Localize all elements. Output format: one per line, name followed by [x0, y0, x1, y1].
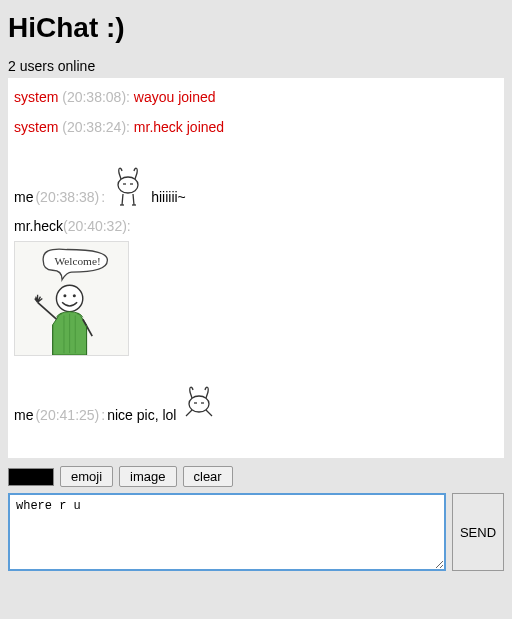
system-message: system (20:38:08): wayou joined [14, 88, 498, 108]
user-message: me(20:38:38): hiiiiii~ [14, 167, 498, 207]
message-input[interactable] [8, 493, 446, 571]
online-status: 2 users online [8, 58, 504, 74]
msg-time: (20:38:08) [62, 89, 126, 105]
svg-point-9 [56, 285, 82, 311]
user-message: mr.heck(20:40:32): Welcome! [14, 217, 498, 356]
svg-line-4 [133, 194, 134, 205]
system-message: system (20:38:24): mr.heck joined [14, 118, 498, 138]
page-title: HiChat :) [8, 12, 504, 44]
svg-point-11 [73, 294, 76, 297]
image-button[interactable]: image [119, 466, 176, 487]
msg-time: (20:38:38) [35, 188, 99, 208]
bunny-emoji-icon [182, 386, 216, 426]
svg-point-10 [63, 294, 66, 297]
msg-content: mr.heck joined [134, 119, 224, 135]
chat-log: system (20:38:08): wayou joined system (… [8, 78, 504, 458]
toolbar: emoji image clear [8, 466, 504, 487]
msg-time: (20:40:32) [63, 218, 127, 234]
send-button[interactable]: SEND [452, 493, 504, 571]
msg-sender: me [14, 188, 33, 208]
msg-colon: : [101, 406, 105, 426]
msg-sender: system [14, 89, 58, 105]
svg-line-3 [122, 194, 123, 205]
msg-colon: : [127, 218, 131, 234]
svg-point-15 [189, 396, 209, 412]
msg-sender: mr.heck [14, 218, 63, 234]
msg-sender: me [14, 406, 33, 426]
bunny-emoji-icon [111, 167, 145, 207]
emoji-button[interactable]: emoji [60, 466, 113, 487]
svg-line-18 [186, 410, 192, 416]
image-attachment: Welcome! [14, 241, 129, 356]
svg-line-19 [206, 410, 212, 416]
clear-button[interactable]: clear [183, 466, 233, 487]
compose-row: SEND [8, 493, 504, 571]
msg-content: wayou joined [134, 89, 216, 105]
msg-content: hiiiiii~ [151, 188, 186, 208]
msg-colon: : [126, 119, 134, 135]
msg-time: (20:38:24) [62, 119, 126, 135]
msg-sender: system [14, 119, 58, 135]
msg-time: (20:41:25) [35, 406, 99, 426]
color-picker[interactable] [8, 468, 54, 486]
msg-content: nice pic, lol [107, 406, 176, 426]
msg-colon: : [126, 89, 134, 105]
svg-point-0 [118, 177, 138, 193]
user-message: me(20:41:25): nice pic, lol [14, 386, 498, 426]
svg-text:Welcome!: Welcome! [55, 254, 101, 266]
msg-colon: : [101, 188, 105, 208]
